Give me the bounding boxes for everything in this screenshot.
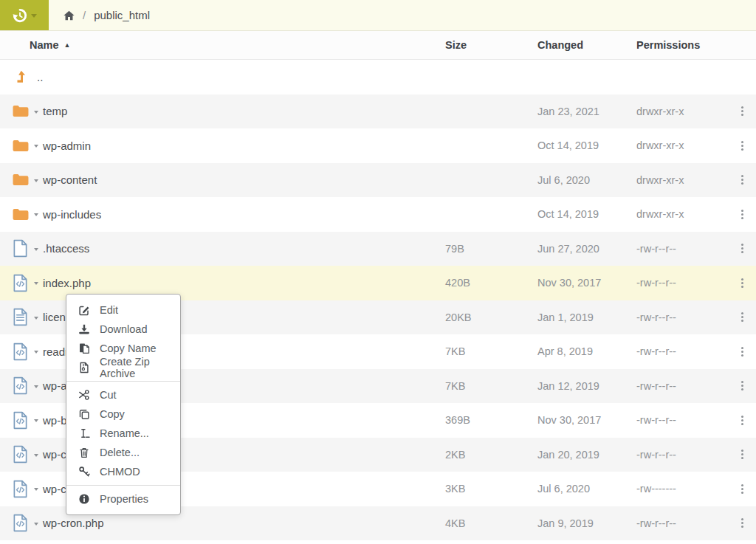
scissors-icon [78, 389, 91, 401]
menu-item-create-zip[interactable]: Create Zip Archive [66, 358, 180, 377]
key-icon [78, 466, 91, 478]
caret-down-icon[interactable] [34, 179, 38, 182]
caret-down-icon[interactable] [34, 523, 38, 526]
topbar: / public_html [0, 0, 756, 31]
table-row[interactable]: wp-includes Oct 14, 2019 drwxr-xr-x [0, 197, 756, 232]
file-code-icon [10, 376, 30, 395]
caret-down-icon[interactable] [34, 351, 38, 354]
file-name: wp-includes [43, 208, 101, 221]
row-menu-button[interactable] [741, 282, 743, 284]
home-icon[interactable] [63, 10, 75, 21]
download-icon [78, 323, 91, 335]
table-row[interactable]: .htaccess 79B Jun 27, 2020 -rw-r--r-- [0, 232, 756, 266]
row-menu-button[interactable] [741, 213, 743, 216]
column-header-changed[interactable]: Changed [537, 39, 636, 51]
file-name: wp-content [43, 173, 97, 186]
menu-item-chmod[interactable]: CHMOD [66, 462, 180, 481]
column-header-name[interactable]: Name ▲ [0, 39, 445, 51]
app-menu-button[interactable] [0, 0, 49, 30]
caret-down-icon[interactable] [34, 213, 38, 216]
caret-down-icon[interactable] [34, 145, 38, 148]
edit-icon [78, 304, 91, 316]
row-menu-button[interactable] [741, 316, 743, 318]
column-header-permissions[interactable]: Permissions [636, 39, 729, 51]
menu-item-rename[interactable]: Rename... [66, 424, 180, 443]
breadcrumb: / public_html [63, 0, 150, 30]
file-name: temp [43, 105, 67, 117]
breadcrumb-separator: / [83, 9, 86, 21]
menu-item-download[interactable]: Download [66, 320, 180, 339]
caret-down-icon[interactable] [34, 488, 38, 491]
context-menu: Edit Download Copy Name Create Zip Archi… [66, 294, 181, 515]
table-row[interactable]: wp-admin Oct 14, 2019 drwxr-xr-x [0, 128, 756, 163]
menu-item-copy[interactable]: Copy [66, 404, 180, 424]
row-menu-button[interactable] [741, 351, 743, 353]
caret-down-icon[interactable] [34, 385, 38, 388]
folder-icon [10, 104, 30, 118]
file-code-icon [10, 480, 30, 498]
menu-separator [66, 381, 180, 382]
zip-archive-icon [78, 362, 91, 373]
rename-icon [78, 427, 91, 439]
column-header-size[interactable]: Size [445, 39, 537, 51]
file-code-icon [10, 514, 30, 532]
folder-icon [10, 139, 30, 153]
sort-asc-icon: ▲ [64, 41, 71, 49]
file-blank-icon [10, 239, 30, 258]
menu-item-properties[interactable]: Properties [66, 489, 180, 509]
history-icon [12, 7, 28, 24]
row-menu-button[interactable] [741, 145, 743, 147]
caret-down-icon[interactable] [34, 317, 38, 320]
file-code-icon [10, 274, 30, 292]
menu-item-cut[interactable]: Cut [66, 385, 180, 404]
file-code-icon [10, 445, 30, 464]
row-menu-button[interactable] [741, 488, 743, 490]
row-menu-button[interactable] [741, 110, 743, 112]
folder-icon [10, 173, 30, 187]
menu-item-edit[interactable]: Edit [66, 300, 180, 320]
file-text-icon [10, 308, 30, 326]
caret-down-icon[interactable] [34, 248, 38, 251]
file-name: .. [37, 71, 43, 83]
menu-item-delete[interactable]: Delete... [66, 443, 180, 462]
row-menu-button[interactable] [741, 179, 743, 181]
row-menu-button[interactable] [741, 453, 743, 455]
row-menu-button[interactable] [741, 419, 743, 421]
caret-down-icon[interactable] [34, 454, 38, 457]
table-row[interactable]: wp-content Jul 6, 2020 drwxr-xr-x [0, 163, 756, 198]
level-up-icon [10, 70, 30, 84]
row-menu-button[interactable] [741, 385, 743, 387]
file-name: .htaccess [43, 242, 89, 255]
breadcrumb-folder[interactable]: public_html [94, 9, 150, 21]
folder-icon [10, 207, 30, 221]
caret-down-icon[interactable] [34, 419, 38, 422]
caret-down-icon[interactable] [34, 111, 38, 114]
file-name: wp-admin [43, 140, 91, 152]
table-header: Name ▲ Size Changed Permissions [0, 31, 756, 60]
table-row-parent-dir[interactable]: .. [0, 60, 756, 94]
info-icon [78, 493, 91, 505]
file-name: index.php [43, 277, 91, 289]
trash-icon [78, 447, 91, 458]
chevron-down-icon [31, 14, 37, 18]
file-code-icon [10, 342, 30, 361]
file-code-icon [10, 411, 30, 430]
file-name: wp-cron.php [43, 517, 104, 529]
table-row[interactable]: temp Jan 23, 2021 drwxr-xr-x [0, 94, 756, 129]
row-menu-button[interactable] [741, 247, 743, 249]
copy-icon [78, 408, 91, 420]
copy-name-icon [78, 342, 91, 354]
caret-down-icon[interactable] [34, 282, 38, 285]
row-menu-button[interactable] [741, 522, 743, 524]
menu-separator [66, 485, 180, 486]
